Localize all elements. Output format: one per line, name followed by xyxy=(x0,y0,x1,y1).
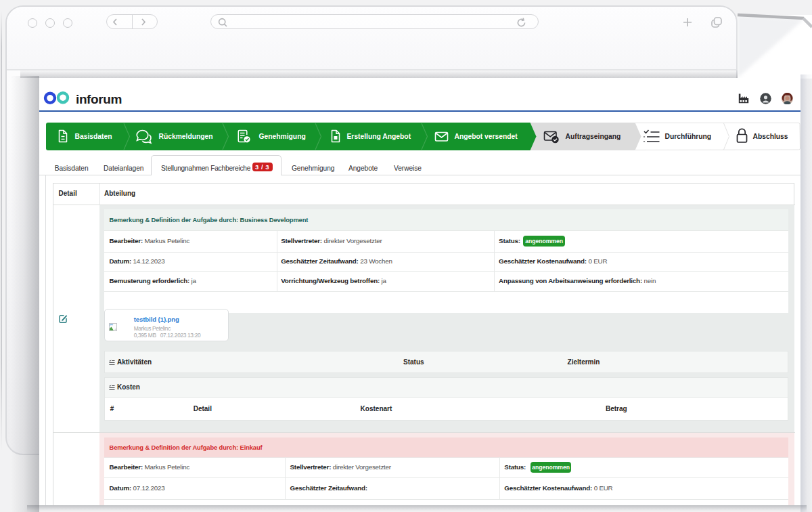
svg-text:Genehmigung: Genehmigung xyxy=(258,133,305,140)
svg-text:Auftragseingang: Auftragseingang xyxy=(565,133,621,140)
svg-text:Erstellung Angebot: Erstellung Angebot xyxy=(346,133,411,140)
svg-text:Rückmeldungen: Rückmeldungen xyxy=(158,133,212,140)
svg-text:Basisdaten: Basisdaten xyxy=(74,133,112,140)
svg-text:Angebot versendet: Angebot versendet xyxy=(454,133,518,140)
svg-text:Abschluss: Abschluss xyxy=(752,133,788,140)
svg-text:Durchführung: Durchführung xyxy=(664,133,711,140)
